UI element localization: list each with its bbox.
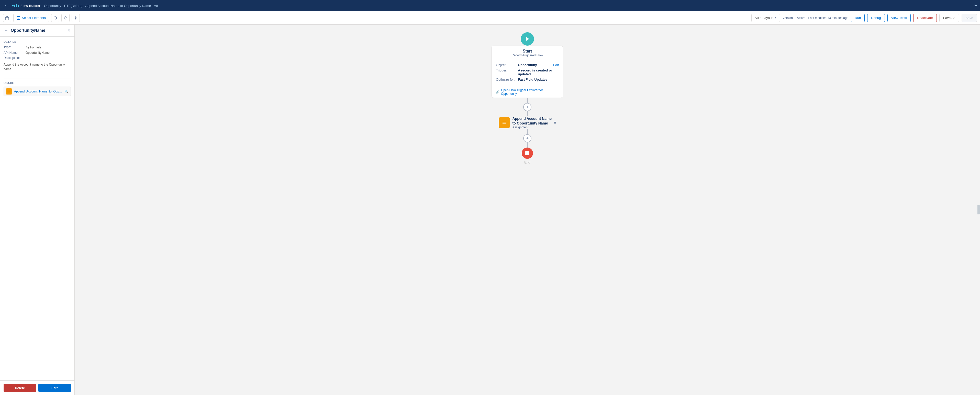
canvas: Start Record-Triggered Flow Object: Oppo… xyxy=(75,25,980,395)
description-value: Append the Account name to the Opportuni… xyxy=(3,62,71,72)
auto-layout-label: Auto-Layout xyxy=(755,16,773,20)
panel-title: OpportunityName xyxy=(11,28,65,33)
select-elements-icon xyxy=(17,16,20,20)
save-as-button[interactable]: Save As xyxy=(939,14,959,22)
run-button[interactable]: Run xyxy=(851,14,865,22)
connector-4 xyxy=(527,142,528,147)
nav-help-button[interactable]: ?▾ xyxy=(974,4,977,8)
description-row: Description: Append the Account name to … xyxy=(3,56,71,75)
api-name-row: API Name: OpportunityName xyxy=(3,51,71,54)
object-value: Opportunity xyxy=(518,63,537,67)
flow-container: Start Record-Triggered Flow Object: Oppo… xyxy=(492,32,563,164)
toolbar-center: Auto-Layout Version 8: Active—Last modif… xyxy=(751,14,977,22)
sidebar-panel: ← OpportunityName × DETAILS Type: Aa For… xyxy=(0,25,75,395)
panel-footer: Delete Edit xyxy=(0,381,75,395)
optimize-row: Optimize for: Fast Field Updates xyxy=(496,78,559,82)
assignment-sublabel: Assignment xyxy=(512,126,552,129)
nav-logo: Flow Builder xyxy=(12,4,40,8)
svg-point-1 xyxy=(75,17,76,18)
details-section-label: DETAILS xyxy=(3,40,71,43)
undo-button[interactable] xyxy=(51,14,59,22)
start-edit-link[interactable]: Edit xyxy=(553,63,559,67)
main-layout: ← OpportunityName × DETAILS Type: Aa For… xyxy=(0,25,980,395)
description-label: Description: xyxy=(3,56,24,60)
usage-item-text: Append_Account_Name_to_Opportunity_... xyxy=(14,90,62,93)
type-row: Type: Aa Formula xyxy=(3,45,71,50)
panel-header: ← OpportunityName × xyxy=(0,25,75,37)
start-card: Start Record-Triggered Flow Object: Oppo… xyxy=(492,46,563,98)
end-label: End xyxy=(524,160,530,164)
start-icon xyxy=(521,32,534,46)
view-tests-button[interactable]: View Tests xyxy=(888,14,911,22)
trigger-value: A record is created or updated xyxy=(518,69,559,76)
type-label: Type: xyxy=(3,45,24,49)
start-card-header: Start Record-Triggered Flow xyxy=(492,46,563,60)
deactivate-button[interactable]: Deactivate xyxy=(913,14,937,22)
edit-button[interactable]: Edit xyxy=(38,384,71,392)
start-card-subtitle: Record-Triggered Flow xyxy=(496,54,559,57)
svg-rect-5 xyxy=(502,122,506,122)
usage-item: Append_Account_Name_to_Opportunity_... 🔍 xyxy=(3,86,71,96)
save-button[interactable]: Save xyxy=(962,14,977,22)
connector-2 xyxy=(527,111,528,116)
panel-body: DETAILS Type: Aa Formula API Name: Oppor… xyxy=(0,37,75,381)
settings-button[interactable] xyxy=(72,14,80,22)
home-button[interactable] xyxy=(3,14,11,22)
assignment-node: Append Account Name to Opportunity Name … xyxy=(499,116,556,129)
assignment-icon xyxy=(499,117,510,128)
end-node-wrapper: End xyxy=(522,147,533,164)
object-row: Object: Opportunity Edit xyxy=(496,63,559,67)
svg-marker-4 xyxy=(526,37,529,41)
flow-trigger-explorer-link[interactable]: Open Flow Trigger Explorer for Opportuni… xyxy=(501,88,559,96)
usage-item-icon xyxy=(6,88,12,94)
auto-layout-button[interactable]: Auto-Layout xyxy=(751,14,780,22)
nav-title: Opportunity - RTF(Before) - Append Accou… xyxy=(44,4,158,8)
panel-back-button[interactable]: ← xyxy=(3,28,9,33)
api-name-value: OpportunityName xyxy=(25,51,49,54)
add-step-2-button[interactable]: + xyxy=(523,134,531,142)
right-panel-handle[interactable] xyxy=(977,205,980,214)
end-inner-square xyxy=(525,151,530,155)
section-divider xyxy=(3,78,71,78)
start-card-body: Object: Opportunity Edit Trigger: A reco… xyxy=(492,60,563,86)
start-card-link-row: 🔗 Open Flow Trigger Explorer for Opportu… xyxy=(492,86,563,98)
assignment-notes-icon[interactable]: ≡ xyxy=(554,120,556,125)
select-elements-button[interactable]: Select Elements xyxy=(13,14,49,22)
end-icon xyxy=(522,147,533,159)
trigger-row: Trigger: A record is created or updated xyxy=(496,69,559,76)
assignment-label-block: Append Account Name to Opportunity Name … xyxy=(512,116,552,129)
toolbar: Select Elements Auto-Layout Version 8: A… xyxy=(0,11,980,25)
version-info: Version 8: Active—Last modified 13 minut… xyxy=(783,16,848,20)
add-step-1-button[interactable]: + xyxy=(523,103,531,111)
select-elements-label: Select Elements xyxy=(22,16,46,20)
assignment-label-line2: to Opportunity Name xyxy=(512,121,552,126)
svg-rect-3 xyxy=(7,92,11,92)
connector-1 xyxy=(527,98,528,103)
logo-icon xyxy=(12,4,19,7)
external-link-icon: 🔗 xyxy=(496,90,500,94)
redo-button[interactable] xyxy=(61,14,70,22)
nav-logo-text: Flow Builder xyxy=(21,4,40,8)
svg-rect-0 xyxy=(6,18,9,20)
top-nav: ← Flow Builder Opportunity - RTF(Before)… xyxy=(0,0,980,11)
start-card-title: Start xyxy=(496,49,559,54)
assignment-row: Append Account Name to Opportunity Name … xyxy=(499,116,552,129)
debug-button[interactable]: Debug xyxy=(867,14,885,22)
svg-rect-2 xyxy=(7,91,11,91)
connector-3 xyxy=(527,129,528,134)
object-label: Object: xyxy=(496,63,516,67)
panel-close-button[interactable]: × xyxy=(67,28,71,33)
optimize-label: Optimize for: xyxy=(496,78,516,82)
nav-back-button[interactable]: ← xyxy=(3,2,10,9)
delete-button[interactable]: Delete xyxy=(3,384,36,392)
usage-section-label: USAGE xyxy=(3,82,71,85)
svg-rect-6 xyxy=(502,123,506,123)
api-name-label: API Name: xyxy=(3,51,24,54)
start-icon-wrapper xyxy=(521,32,534,46)
formula-icon: Aa xyxy=(25,45,29,50)
optimize-value: Fast Field Updates xyxy=(518,78,547,82)
usage-search-icon[interactable]: 🔍 xyxy=(64,90,68,93)
type-value: Aa Formula xyxy=(25,45,41,50)
assignment-label-line1: Append Account Name xyxy=(512,116,552,121)
trigger-label: Trigger: xyxy=(496,69,516,72)
